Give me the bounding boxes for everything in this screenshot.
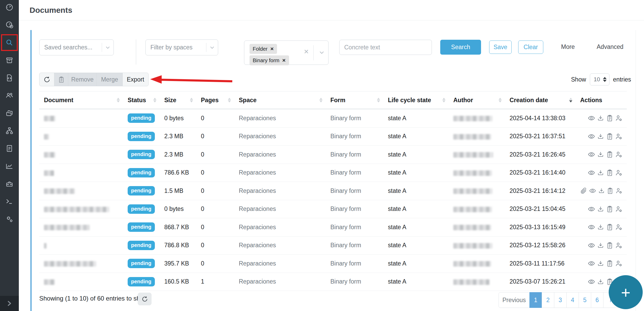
- filter-spaces-select[interactable]: Filter by spaces: [145, 39, 218, 55]
- view-icon[interactable]: [588, 278, 595, 285]
- charts-icon[interactable]: [5, 162, 14, 170]
- view-icon[interactable]: [588, 223, 595, 231]
- save-button[interactable]: Save: [489, 41, 512, 54]
- pagination-page-4[interactable]: 4: [566, 292, 579, 308]
- table-row[interactable]: pending160.5 KB1ReparacionesBinary forms…: [39, 273, 627, 291]
- filter-tag-binary-form[interactable]: Binary form ✕: [250, 55, 289, 65]
- permissions-icon[interactable]: [615, 187, 623, 194]
- col-header-creation-date[interactable]: Creation date: [505, 97, 575, 104]
- copy-metadata-icon[interactable]: [606, 260, 613, 267]
- refresh-results-button[interactable]: [138, 293, 151, 305]
- more-link[interactable]: More: [561, 43, 575, 50]
- table-row[interactable]: pending2.3 MB0ReparacionesBinary formsta…: [39, 128, 627, 146]
- users-icon[interactable]: [5, 91, 14, 100]
- remove-tag-icon[interactable]: ✕: [282, 58, 286, 63]
- view-icon[interactable]: [589, 187, 596, 194]
- add-document-fab[interactable]: +: [609, 275, 643, 309]
- table-row[interactable]: pending868.7 KB0ReparacionesBinary forms…: [39, 218, 627, 237]
- advanced-link[interactable]: Advanced: [597, 43, 623, 50]
- permissions-icon[interactable]: [615, 114, 623, 122]
- file-code-icon[interactable]: [5, 74, 14, 82]
- view-icon[interactable]: [588, 205, 595, 213]
- table-row[interactable]: pending786.6 KB0ReparacionesBinary forms…: [39, 164, 627, 182]
- col-header-life-cycle-state[interactable]: Life cycle state: [383, 97, 449, 104]
- table-row[interactable]: pending2.3 MB0ReparacionesBinary formsta…: [39, 146, 627, 164]
- search-button[interactable]: Search: [440, 40, 481, 55]
- download-icon[interactable]: [597, 278, 604, 285]
- pagination-page-6[interactable]: 6: [591, 292, 603, 308]
- pagination-page-5[interactable]: 5: [579, 292, 591, 308]
- copy-metadata-icon[interactable]: [606, 205, 613, 213]
- concrete-text-input[interactable]: [339, 40, 432, 55]
- toolbox-icon[interactable]: [5, 180, 14, 188]
- col-header-space[interactable]: Space: [234, 97, 326, 104]
- permissions-icon[interactable]: [615, 205, 623, 213]
- view-icon[interactable]: [588, 151, 595, 158]
- remove-button[interactable]: Remove: [68, 73, 97, 86]
- pagination-page-3[interactable]: 3: [554, 292, 567, 308]
- type-filter-multiselect[interactable]: Folder ✕ Binary form ✕ ✕: [244, 41, 329, 65]
- download-icon[interactable]: [597, 242, 604, 249]
- view-icon[interactable]: [588, 114, 595, 122]
- merge-button[interactable]: Merge: [97, 73, 123, 86]
- copy-metadata-icon[interactable]: [606, 133, 613, 140]
- view-icon[interactable]: [588, 133, 595, 140]
- download-icon[interactable]: [597, 133, 604, 140]
- copy-metadata-icon[interactable]: [606, 242, 613, 249]
- remove-tag-icon[interactable]: ✕: [270, 46, 274, 52]
- terminal-icon[interactable]: [5, 197, 14, 206]
- col-header-document[interactable]: Document: [39, 97, 123, 104]
- download-icon[interactable]: [597, 205, 604, 213]
- attachment-icon[interactable]: [580, 187, 587, 194]
- sitemap-icon[interactable]: [5, 126, 14, 135]
- clear-button[interactable]: Clear: [518, 41, 543, 54]
- table-row[interactable]: pending395.7 KB0ReparacionesBinary forms…: [39, 255, 627, 273]
- pagination-page-1[interactable]: 1: [529, 292, 542, 308]
- folders-icon[interactable]: [5, 109, 14, 117]
- view-icon[interactable]: [588, 242, 595, 249]
- download-icon[interactable]: [597, 223, 604, 231]
- col-header-author[interactable]: Author: [449, 97, 505, 104]
- download-icon[interactable]: [597, 260, 604, 267]
- permissions-icon[interactable]: [615, 260, 623, 267]
- table-row[interactable]: pending0 bytes0ReparacionesBinary formst…: [39, 109, 627, 128]
- copy-metadata-icon[interactable]: [606, 223, 613, 231]
- copy-metadata-icon[interactable]: [606, 169, 613, 176]
- copy-metadata-icon[interactable]: [607, 187, 614, 194]
- copy-to-clipboard-button[interactable]: [54, 73, 68, 86]
- clear-tags-icon[interactable]: ✕: [304, 48, 309, 55]
- pagination-previous[interactable]: Previous: [499, 292, 530, 308]
- copy-metadata-icon[interactable]: [606, 114, 613, 122]
- export-button[interactable]: Export: [122, 73, 149, 86]
- archive-icon[interactable]: [5, 56, 14, 65]
- col-header-pages[interactable]: Pages: [196, 97, 234, 104]
- permissions-icon[interactable]: [615, 169, 623, 176]
- table-row[interactable]: pending1.5 MB0ReparacionesBinary formsta…: [39, 182, 627, 200]
- permissions-icon[interactable]: [615, 133, 623, 140]
- permissions-icon[interactable]: [615, 242, 623, 249]
- documents-icon[interactable]: [5, 144, 14, 153]
- table-row[interactable]: pending786.8 KB0ReparacionesBinary forms…: [39, 237, 627, 255]
- page-size-select[interactable]: 10: [590, 73, 609, 85]
- view-icon[interactable]: [588, 260, 595, 267]
- settings-gears-icon[interactable]: [5, 215, 14, 223]
- copy-metadata-icon[interactable]: [606, 151, 613, 158]
- pagination-page-2[interactable]: 2: [542, 292, 554, 308]
- filter-tag-folder[interactable]: Folder ✕: [250, 44, 277, 54]
- col-header-form[interactable]: Form: [326, 97, 383, 104]
- permissions-icon[interactable]: [615, 151, 623, 158]
- monitoring-icon[interactable]: [5, 21, 14, 29]
- dashboard-icon[interactable]: [5, 3, 14, 11]
- download-icon[interactable]: [597, 151, 604, 158]
- col-header-status[interactable]: Status: [123, 97, 160, 104]
- col-header-size[interactable]: Size: [160, 97, 196, 104]
- sidebar-expand-button[interactable]: [0, 296, 19, 311]
- permissions-icon[interactable]: [615, 223, 623, 231]
- download-icon[interactable]: [597, 169, 604, 176]
- table-row[interactable]: pending0 bytes0ReparacionesBinary formst…: [39, 200, 627, 218]
- saved-searches-select[interactable]: Saved searches...: [39, 39, 114, 55]
- refresh-button[interactable]: [39, 73, 54, 86]
- download-icon[interactable]: [597, 114, 604, 122]
- view-icon[interactable]: [588, 169, 595, 176]
- download-icon[interactable]: [598, 187, 605, 194]
